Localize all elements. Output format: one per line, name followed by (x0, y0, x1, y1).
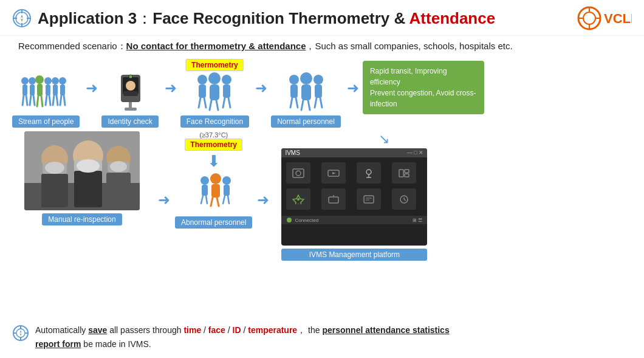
logo: VCLEY (577, 6, 632, 30)
svg-rect-63 (301, 84, 311, 100)
abnormal-section: (≥37.3°C) Thermometry ⬇ ➜ (158, 131, 269, 229)
footer-icon (12, 325, 29, 342)
svg-marker-7 (21, 18, 23, 22)
svg-line-34 (49, 95, 50, 105)
ivms-label: IVMS Management platform (281, 249, 427, 261)
svg-line-115 (404, 199, 406, 201)
svg-point-88 (210, 173, 221, 184)
svg-line-30 (33, 95, 35, 105)
svg-line-36 (57, 95, 58, 105)
svg-point-92 (222, 176, 231, 185)
svg-rect-108 (329, 197, 338, 203)
svg-rect-85 (202, 185, 208, 196)
vcley-logo: VCLEY (577, 6, 632, 30)
normal-label: Normal personnel (271, 115, 341, 128)
normal-people-icon (282, 70, 331, 112)
temp-threshold: (≥37.3°C) (199, 131, 228, 139)
svg-line-56 (223, 98, 225, 108)
svg-line-52 (210, 100, 211, 110)
svg-line-38 (64, 95, 65, 105)
right-arrow: ➜ (257, 191, 269, 208)
svg-rect-93 (224, 185, 230, 196)
svg-rect-110 (364, 196, 374, 203)
svg-marker-6 (21, 15, 23, 18)
subheader: Recommended scenario：No contact for ther… (0, 36, 644, 56)
svg-rect-104 (405, 170, 409, 173)
svg-point-116 (287, 218, 292, 222)
ivms-icons-row: ⊞ ☰ (413, 218, 422, 223)
abnormal-person: Abnormal personnel (175, 171, 252, 229)
footer-s2: / (225, 325, 233, 335)
svg-line-95 (228, 196, 229, 204)
page-title: Application 3：Face Recognition Thermomet… (38, 8, 577, 29)
footer-mid1: all passers through (107, 325, 183, 335)
ivms-cell-8 (392, 188, 416, 210)
svg-point-15 (21, 77, 29, 84)
abnormal-label: Abnormal personnel (175, 216, 252, 229)
ivms-cell-5 (286, 188, 310, 210)
face-recognition-people-icon (190, 70, 239, 112)
arrow-3: ➜ (255, 80, 267, 97)
svg-rect-18 (30, 84, 35, 95)
footer-report: report form (35, 339, 81, 349)
svg-line-29 (30, 95, 31, 105)
svg-point-82 (77, 159, 100, 173)
svg-text:VCLEY: VCLEY (604, 11, 632, 26)
svg-point-50 (208, 72, 221, 84)
left-arrow: ➜ (158, 191, 170, 208)
svg-point-54 (222, 75, 231, 84)
svg-point-25 (59, 77, 66, 84)
svg-marker-124 (20, 333, 22, 336)
svg-marker-99 (332, 172, 336, 174)
svg-point-97 (296, 171, 301, 176)
compass-icon (12, 9, 32, 28)
stream-of-people: Stream of people (12, 70, 80, 128)
main-content: Stream of people ➜ Identity check ➜ (0, 61, 644, 261)
stream-label: Stream of people (12, 115, 80, 128)
svg-rect-20 (37, 84, 43, 96)
svg-line-69 (320, 98, 322, 108)
footer-s1: / (201, 325, 208, 335)
svg-line-65 (308, 100, 310, 110)
svg-point-62 (300, 72, 312, 84)
abnormal-people-icon (193, 171, 235, 213)
ivms-cell-2 (321, 162, 346, 184)
diag-arrow: ↘ (379, 131, 389, 147)
green-line2: Prevent congestion, Avoid cross-infectio… (370, 88, 477, 109)
bottom-section: Manual re-inspection (≥37.3°C) Thermomet… (12, 131, 632, 261)
svg-line-48 (199, 98, 200, 108)
face-recognition-label: Face Recognition (180, 115, 249, 128)
svg-point-19 (35, 75, 44, 84)
svg-point-23 (52, 77, 59, 84)
svg-line-49 (204, 98, 206, 108)
footer-time: time (183, 325, 201, 335)
svg-rect-89 (211, 184, 220, 198)
footer-id: ID (233, 325, 241, 335)
thermometry-badge2: Thermometry (185, 139, 242, 151)
svg-rect-16 (22, 84, 27, 95)
svg-rect-67 (315, 84, 322, 98)
face-recognition: Thermometry Face Recognition (180, 70, 249, 128)
svg-line-27 (22, 95, 24, 105)
footer-text: Automatically save all passers through t… (35, 323, 450, 351)
normal-personnel: Normal personnel (271, 70, 341, 128)
footer-comma: ， the (297, 325, 322, 335)
device-icon (108, 70, 153, 112)
ivms-icon-grid (281, 157, 427, 215)
svg-point-45 (129, 75, 132, 78)
photo-svg (24, 131, 140, 210)
svg-point-100 (366, 170, 371, 174)
ivms-platform: IVMS — □ ✕ (281, 148, 427, 246)
svg-point-83 (110, 161, 127, 172)
ivms-status-icon (286, 217, 292, 223)
ivms-header: IVMS — □ ✕ (281, 148, 427, 157)
green-line1: Rapid transit, Improving efficiency (370, 66, 477, 88)
footer-stats: personnel attendance statistics (322, 325, 449, 335)
svg-point-43 (126, 81, 135, 91)
svg-rect-79 (74, 171, 102, 207)
temp-section: (≥37.3°C) Thermometry (185, 131, 242, 151)
svg-point-46 (197, 75, 207, 84)
subheader-suffix: ，Such as small companies, schools, hospi… (306, 41, 512, 51)
svg-rect-47 (199, 84, 206, 98)
svg-point-58 (289, 75, 299, 84)
